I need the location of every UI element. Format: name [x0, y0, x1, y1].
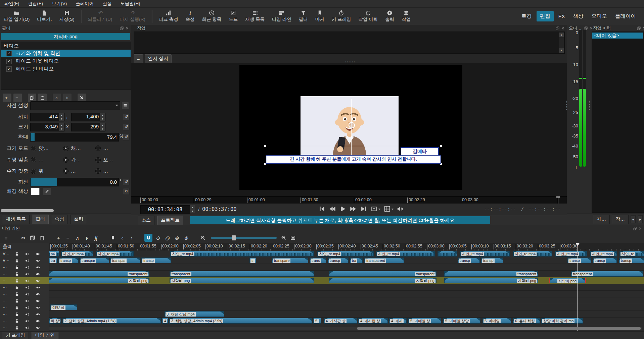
lock-open-icon[interactable]	[15, 259, 19, 263]
video-frame[interactable]: 김메타 긴 시간 함께 해 주신 분들에게 고개 숙여 감사의 인사 전합니다.	[239, 65, 462, 190]
eye-icon[interactable]	[36, 285, 40, 290]
v-align-option-0[interactable]: 위	[31, 168, 44, 174]
filter-panel-hscrollbar[interactable]	[1, 209, 54, 212]
timeline-clip[interactable]: 5. 이메일 상	[408, 318, 441, 324]
timeline-clip[interactable]: 3. 채팅 상담_Admin.mp4 (2.9x)	[169, 318, 312, 324]
ripple-all-button[interactable]: ⊛	[173, 234, 181, 242]
lock-open-icon[interactable]	[15, 292, 19, 296]
track-head-7[interactable]: ···	[0, 291, 49, 298]
rewind-button[interactable]	[329, 206, 336, 212]
timeline-zoom-slider[interactable]	[211, 237, 277, 239]
append-button[interactable]: +	[54, 234, 62, 242]
spinner-arrows-icon[interactable]: ▲▼	[190, 205, 195, 213]
timeline-playhead[interactable]	[578, 243, 578, 331]
toolbar-button-notes[interactable]: 노트	[225, 9, 241, 23]
h-align-option-0[interactable]: …	[31, 157, 44, 162]
paste-button[interactable]	[38, 93, 47, 102]
lock-open-icon[interactable]	[15, 272, 19, 276]
marker-button[interactable]	[109, 234, 117, 242]
tab-0[interactable]: 재생 목록	[2, 215, 30, 224]
scrub-button[interactable]: ⊙	[154, 234, 162, 242]
speaker-icon[interactable]	[25, 252, 30, 256]
track-lane-10[interactable]: 3. 채팅 상담.mp4	[49, 311, 644, 318]
zoom-in-button[interactable]	[279, 234, 287, 242]
timeline-clip[interactable]: 시연_re.mp4	[555, 251, 587, 257]
size-mode-option-1[interactable]: 채…	[63, 145, 81, 152]
close-panel-icon[interactable]	[642, 26, 644, 30]
track-lane-7[interactable]	[49, 291, 644, 297]
track-lane-2[interactable]: tratransptranspartranspartransptrtranspa…	[49, 257, 644, 264]
menu-item-1[interactable]: 편집(E)	[24, 0, 47, 7]
size-height-field[interactable]: 299 ▲▼	[71, 123, 105, 131]
volume-button[interactable]	[397, 206, 404, 212]
timeline-clip[interactable]: tra	[350, 258, 363, 263]
speaker-icon[interactable]	[25, 265, 30, 270]
timeline-clip[interactable]: tr	[249, 258, 256, 263]
lock-open-icon[interactable]	[15, 305, 19, 310]
lock-open-icon[interactable]	[15, 285, 19, 290]
speaker-icon[interactable]	[25, 259, 30, 263]
lock-open-icon[interactable]	[15, 252, 19, 256]
timeline-clip[interactable]: 자막바.png	[444, 278, 538, 283]
close-panel-icon[interactable]	[125, 26, 129, 30]
timeline-clip[interactable]: 3. 채팅 상담.mp4	[165, 311, 224, 317]
eye-icon[interactable]	[36, 292, 40, 296]
lock-open-icon[interactable]	[15, 319, 19, 323]
tab-source[interactable]: 소스	[138, 216, 154, 225]
tab-1[interactable]: 필터	[32, 215, 49, 224]
preset-combobox[interactable]	[30, 101, 120, 110]
jobs-menu-button[interactable]: ≡	[134, 54, 143, 63]
track-head-1[interactable]: V···	[0, 250, 49, 258]
timeline-clip[interactable]: 시연_re.mp4	[513, 251, 552, 257]
timeline-clip[interactable]: transparent	[364, 258, 404, 263]
copy-button[interactable]	[28, 234, 36, 242]
timeline-clip[interactable]: transparent	[49, 271, 149, 277]
layout-button-5[interactable]: 플레이어	[612, 11, 639, 21]
timeline-clip[interactable]: 자막바.png	[170, 278, 314, 283]
pause-button[interactable]: 일시 정지	[145, 54, 172, 63]
timeline-clip[interactable]: 화 상담	[49, 318, 61, 324]
rotation-handle[interactable]	[349, 122, 355, 128]
jobs-vscrollbar[interactable]: ▲ ▼	[559, 33, 564, 53]
timeline-clip[interactable]: 시연_re.mp4	[590, 251, 617, 257]
eye-icon[interactable]	[36, 326, 40, 330]
layout-button-0[interactable]: 로깅	[518, 11, 535, 21]
track-lane-4[interactable]: transparenttransparenttransparenttranspa…	[49, 271, 644, 277]
tab-project[interactable]: 프로젝트	[157, 216, 183, 225]
lock-open-icon[interactable]	[15, 312, 19, 317]
track-lane-3[interactable]	[49, 264, 644, 271]
playhead-position-field[interactable]: 00:03:34:08	[140, 205, 190, 214]
timeline-clip[interactable]: transparent	[444, 271, 538, 277]
track-head-6[interactable]: ···	[0, 284, 49, 291]
zoom-slider-handle[interactable]	[232, 235, 236, 240]
zoom-out-button[interactable]	[199, 234, 207, 242]
lift-button[interactable]: ∧	[73, 234, 81, 242]
timeline-clip[interactable]: transp	[328, 258, 349, 263]
timeline-clip[interactable]: transpare	[272, 258, 308, 263]
dock-tab-collapsed-2[interactable]: 작…	[612, 215, 629, 224]
reset-zoom-button[interactable]: ↺	[123, 134, 130, 140]
menu-button[interactable]: ≡	[2, 234, 10, 242]
timeline-ruler[interactable]: 00:01:3500:01:4000:01:4500:01:5000:01:55…	[49, 243, 644, 251]
timeline-clip[interactable]	[438, 251, 457, 257]
eye-icon[interactable]	[36, 265, 40, 270]
toolbar-button-peak-meter[interactable]: 피크 측정	[155, 9, 182, 23]
speaker-icon[interactable]	[25, 292, 30, 296]
eye-icon[interactable]	[36, 319, 40, 323]
layout-button-4[interactable]: 오디오	[588, 11, 611, 21]
timeline-clip[interactable]: 자막바.png	[329, 278, 436, 283]
overwrite-button[interactable]: ∨	[83, 234, 91, 242]
eye-icon[interactable]	[36, 299, 40, 303]
speaker-icon[interactable]	[25, 285, 30, 290]
timeline-clip[interactable]: transp	[141, 258, 171, 263]
eye-icon[interactable]	[36, 312, 40, 317]
speaker-icon[interactable]	[25, 299, 30, 303]
eye-icon[interactable]	[36, 252, 40, 256]
menu-item-0[interactable]: 파일(F)	[0, 0, 24, 7]
zoom-slider[interactable]: 79.4	[30, 133, 119, 142]
float-panel-icon[interactable]	[120, 26, 124, 30]
scroll-down-icon[interactable]: ▼	[559, 48, 564, 53]
spinner-arrows-icon[interactable]: ▲▼	[59, 113, 64, 121]
float-panel-icon[interactable]	[633, 227, 637, 230]
h-align-option-2[interactable]: 오…	[95, 157, 113, 163]
